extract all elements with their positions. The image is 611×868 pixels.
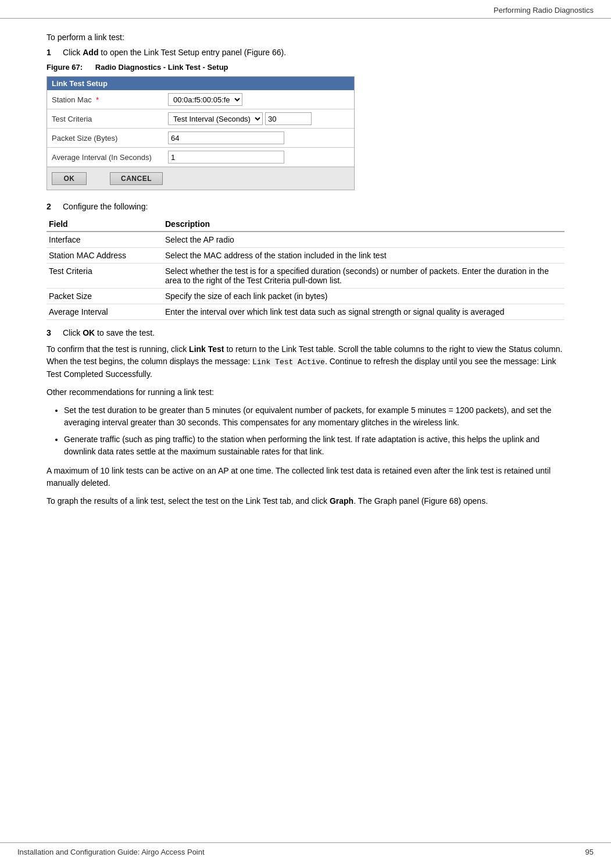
- step-3-text: Click OK to save the test.: [63, 328, 564, 337]
- figure-spacer: [85, 63, 93, 72]
- graph-paragraph: To graph the results of a link test, sel…: [47, 495, 564, 507]
- list-item: Generate traffic (such as ping traffic) …: [64, 433, 564, 458]
- step-2: 2 Configure the following:: [47, 202, 564, 211]
- panel-buttons-row: OK CANCEL: [47, 167, 354, 190]
- table-header-description: Description: [163, 217, 564, 232]
- max-paragraph: A maximum of 10 link tests can be active…: [47, 465, 564, 489]
- field-average-interval: Average Interval: [47, 304, 163, 320]
- average-interval-row: Average Interval (In Seconds): [47, 148, 354, 167]
- header-title: Performing Radio Diagnostics: [494, 6, 594, 15]
- step-2-text: Configure the following:: [63, 202, 564, 211]
- field-description-table: Field Description Interface Select the A…: [47, 217, 564, 320]
- field-station-mac: Station MAC Address: [47, 248, 163, 264]
- graph-bold: Graph: [330, 496, 353, 506]
- panel-title-bar: Link Test Setup: [47, 77, 354, 90]
- cancel-button[interactable]: CANCEL: [110, 172, 163, 185]
- intro-paragraph: To perform a link test:: [47, 33, 564, 42]
- table-row: Test Criteria Select whether the test is…: [47, 264, 564, 289]
- average-interval-value: [168, 151, 349, 163]
- field-packet-size: Packet Size: [47, 289, 163, 304]
- page-content: To perform a link test: 1 Click Add to o…: [0, 19, 611, 525]
- desc-interface: Select the AP radio: [163, 232, 564, 248]
- table-row: Packet Size Specify the size of each lin…: [47, 289, 564, 304]
- step-1-number: 1: [47, 48, 63, 57]
- other-rec-paragraph: Other recommendations for running a link…: [47, 386, 564, 399]
- step-3: 3 Click OK to save the test.: [47, 328, 564, 337]
- step-1-bold: Add: [83, 48, 98, 57]
- link-test-setup-panel: Link Test Setup Station Mac * 00:0a:f5:0…: [47, 76, 355, 190]
- average-interval-label: Average Interval (In Seconds): [52, 153, 168, 162]
- test-criteria-input[interactable]: [265, 112, 312, 125]
- packet-size-label: Packet Size (Bytes): [52, 134, 168, 143]
- table-header-field: Field: [47, 217, 163, 232]
- recommendations-list: Set the test duration to be greater than…: [64, 404, 564, 458]
- table-row: Station MAC Address Select the MAC addre…: [47, 248, 564, 264]
- packet-size-value: [168, 131, 349, 144]
- desc-packet-size: Specify the size of each link packet (in…: [163, 289, 564, 304]
- step-3-ok-bold: OK: [83, 328, 95, 337]
- figure-caption: Figure 67: Radio Diagnostics - Link Test…: [47, 63, 564, 72]
- test-criteria-label: Test Criteria: [52, 115, 168, 123]
- desc-average-interval: Enter the interval over which link test …: [163, 304, 564, 320]
- step-2-number: 2: [47, 202, 63, 211]
- packet-size-input[interactable]: [168, 131, 284, 144]
- table-row: Interface Select the AP radio: [47, 232, 564, 248]
- table-row: Average Interval Enter the interval over…: [47, 304, 564, 320]
- desc-test-criteria: Select whether the test is for a specifi…: [163, 264, 564, 289]
- field-test-criteria: Test Criteria: [47, 264, 163, 289]
- page-header: Performing Radio Diagnostics: [0, 0, 611, 19]
- step-1: 1 Click Add to open the Link Test Setup …: [47, 48, 564, 57]
- link-test-bold: Link Test: [189, 344, 224, 354]
- station-mac-required: *: [96, 95, 99, 104]
- ok-button[interactable]: OK: [52, 172, 87, 185]
- station-mac-label: Station Mac *: [52, 95, 168, 104]
- list-item: Set the test duration to be greater than…: [64, 404, 564, 429]
- code-link-test-active: Link Test Active: [252, 358, 325, 367]
- step-1-text: Click Add to open the Link Test Setup en…: [63, 48, 564, 57]
- station-mac-select[interactable]: 00:0a:f5:00:05:fe: [168, 93, 242, 106]
- station-mac-value: 00:0a:f5:00:05:fe: [168, 93, 349, 106]
- confirm-paragraph: To confirm that the test is running, cli…: [47, 343, 564, 380]
- test-criteria-select[interactable]: Test Interval (Seconds): [168, 112, 263, 125]
- test-criteria-row: Test Criteria Test Interval (Seconds): [47, 109, 354, 129]
- page-footer: Installation and Configuration Guide: Ai…: [0, 842, 611, 861]
- test-criteria-value: Test Interval (Seconds): [168, 112, 349, 125]
- packet-size-row: Packet Size (Bytes): [47, 129, 354, 148]
- step-3-number: 3: [47, 328, 63, 337]
- footer-right: 95: [585, 848, 594, 856]
- field-interface: Interface: [47, 232, 163, 248]
- station-mac-row: Station Mac * 00:0a:f5:00:05:fe: [47, 90, 354, 109]
- desc-station-mac: Select the MAC address of the station in…: [163, 248, 564, 264]
- footer-left: Installation and Configuration Guide: Ai…: [17, 848, 205, 856]
- average-interval-input[interactable]: [168, 151, 284, 163]
